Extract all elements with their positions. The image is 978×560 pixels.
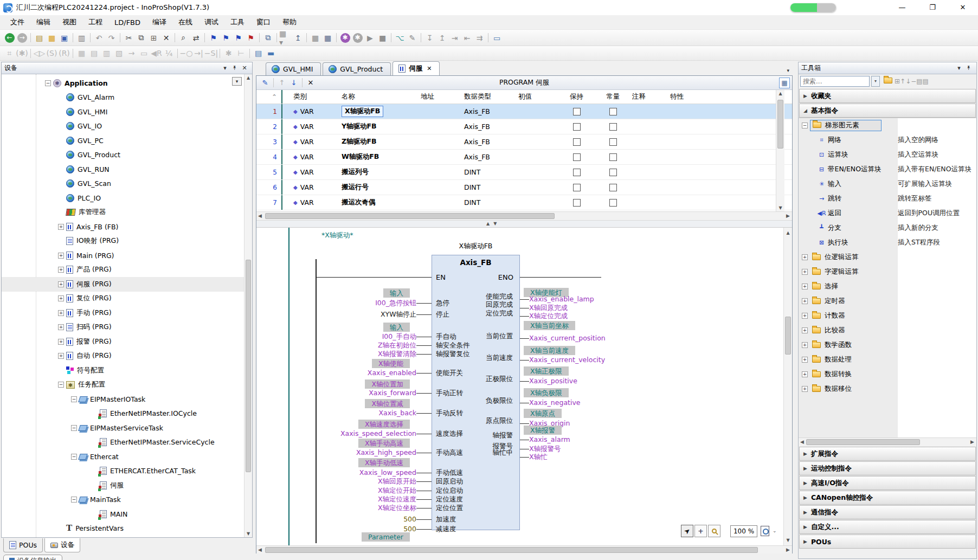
toolbox-mini-icon-4[interactable]: − [911, 78, 916, 85]
toolbox-hscrollbar[interactable]: ◀▶ [799, 437, 976, 446]
paste-icon[interactable]: ⊞ [147, 32, 160, 44]
menu-item-10[interactable]: 帮助 [276, 15, 303, 29]
toolbox-item-计数器[interactable]: +计数器 [799, 308, 976, 323]
toolbox-item-分支[interactable]: ┻分支插入新的分支 [799, 221, 976, 235]
const-cell[interactable] [594, 107, 632, 116]
fbd-input-operand[interactable]: Xaxis_forward [256, 389, 416, 397]
column-header-7[interactable]: 注释 [632, 92, 670, 101]
tree-item-ethercat-ethercat_task[interactable]: ETHERCAT.EtherCAT_Task [2, 464, 252, 479]
fbd-input-operand[interactable]: 500 [256, 525, 416, 533]
expander-icon[interactable]: − [45, 80, 51, 86]
table-row[interactable]: 6◆VAR搬运行号DINT [256, 180, 792, 195]
box-en-icon[interactable]: ▥ [100, 47, 113, 59]
type-cell[interactable]: DINT [464, 183, 518, 191]
tree-item-gvl_product[interactable]: GVL_Product [2, 148, 252, 163]
fbd-output-operand[interactable]: Xaxis_negative [529, 398, 692, 407]
panel-menu-icon[interactable]: ▾ [220, 65, 230, 72]
back-icon[interactable]: ← [3, 32, 16, 44]
tree-item--prg-[interactable]: +报警 (PRG) [2, 334, 252, 349]
fbd-input-operand[interactable]: Xaxis_speed_selection [256, 429, 416, 437]
name-cell[interactable]: Y轴驱动FB [339, 122, 421, 131]
tree-item-ethercat[interactable]: −Ethercat [2, 449, 252, 464]
toolbox-section-高速I/O指令[interactable]: ▶高速I/O指令 [799, 476, 976, 490]
const-checkbox[interactable] [609, 199, 617, 207]
update-params-icon[interactable]: ✱ [222, 47, 235, 59]
toolbox-mini-icon-5[interactable]: ▤ [916, 78, 922, 85]
tree-item--prg-[interactable]: +伺服 (PRG) [2, 277, 252, 292]
type-cell[interactable]: Axis_FB [464, 153, 518, 161]
step-back-icon[interactable]: ⇤ [461, 32, 473, 44]
delete-icon[interactable]: ✕ [160, 32, 172, 44]
toolbox-item-梯形图元素[interactable]: −梯形图元素 [799, 118, 976, 133]
find-icon[interactable]: ⌕ [177, 32, 190, 44]
tree-item-main[interactable]: MAIN [2, 507, 252, 522]
toolbox-section-运动控制指令[interactable]: ▶运动控制指令 [799, 461, 976, 475]
watch-table-2-icon[interactable]: ▦ [321, 32, 334, 44]
set-coil-icon[interactable]: (S) [46, 47, 58, 59]
table-row[interactable]: 7◆VAR搬运次奇偶DINT [256, 195, 792, 210]
menu-item-4[interactable]: LD/FBD [108, 16, 146, 29]
column-header-4[interactable]: 初值 [518, 92, 559, 101]
column-header-0[interactable]: 类别 [289, 92, 339, 101]
bookmark-toggle-icon[interactable]: ⚑ [207, 32, 220, 44]
fbd-input-operand[interactable]: X轴回原开始 [256, 477, 416, 485]
jump-icon[interactable]: → [125, 47, 138, 59]
bookmark-prev-icon[interactable]: ⚑ [232, 32, 244, 44]
name-cell[interactable]: 搬运次奇偶 [339, 198, 421, 207]
expander-icon[interactable]: − [71, 497, 77, 503]
redo-icon[interactable]: ↷ [105, 32, 118, 44]
dock-tab-设备[interactable]: 设备 [44, 538, 80, 552]
tree-item-gvl_run[interactable]: GVL_RUN [2, 162, 252, 177]
table-row[interactable]: 4◆VARW轴驱动FBAxis_FB [256, 150, 792, 165]
expander-icon[interactable]: − [802, 123, 808, 128]
const-cell[interactable] [594, 168, 632, 177]
column-header-5[interactable]: 保持 [559, 92, 594, 101]
expander-icon[interactable]: + [58, 224, 64, 230]
tree-item-persistentvars[interactable]: TPersistentVars [2, 522, 252, 536]
keep-cell[interactable] [559, 153, 594, 162]
expander-icon[interactable]: + [802, 371, 808, 377]
toolbox-search-input[interactable] [800, 76, 870, 87]
fbd-input-operand[interactable]: X轴定位速度 [256, 495, 416, 503]
keep-cell[interactable] [559, 168, 594, 177]
tree-item-gvl_scan[interactable]: GVL_Scan [2, 177, 252, 191]
negate-icon[interactable]: −○ [180, 47, 192, 59]
folder-icon[interactable] [884, 78, 892, 83]
toolbox-item-数学函数[interactable]: +数学函数 [799, 338, 976, 352]
type-cell[interactable]: DINT [464, 198, 518, 207]
fbd-output-operand[interactable]: Xaxis_current_velocity [529, 356, 692, 364]
panel-menu-icon[interactable]: ▾ [954, 65, 964, 72]
fbd-output-operand[interactable]: X轴报警号 [529, 445, 692, 453]
toolbox-item-位逻辑运算[interactable]: +位逻辑运算 [799, 250, 976, 265]
print-icon[interactable]: ▥ [75, 32, 88, 44]
tree-dropdown-button[interactable]: ▾ [232, 77, 242, 86]
toolbox-item-定时器[interactable]: +定时器 [799, 294, 976, 308]
restore-button[interactable]: ❐ [917, 0, 948, 15]
fbd-output-operand[interactable]: Xaxis_current_position [529, 334, 692, 342]
toolbox-mini-icon-3[interactable]: ↓ [905, 78, 911, 85]
close-button[interactable]: ✕ [948, 0, 978, 15]
keep-checkbox[interactable] [573, 199, 581, 207]
type-cell[interactable]: DINT [464, 168, 518, 176]
splitter-arrows-icon[interactable]: ▲▼ [486, 221, 500, 226]
keep-cell[interactable] [559, 198, 594, 207]
fbd-output-operand[interactable]: Xaxis_enable_lamp [529, 295, 692, 303]
editor-tab-gvl_product[interactable]: GVL_Product [323, 62, 391, 75]
table-scrollbar[interactable]: ▲▼ [776, 90, 784, 211]
expander-icon[interactable]: + [802, 342, 808, 348]
zoom-menu-chevron[interactable]: ⌄ [773, 527, 777, 535]
new-network-icon[interactable]: ⌗ [3, 47, 16, 59]
toolbox-item-数据转换[interactable]: +数据转换 [799, 367, 976, 382]
toolbox-item-数据移位[interactable]: +数据移位 [799, 382, 976, 396]
toolbox-mini-icon-2[interactable]: ↑ [900, 78, 905, 85]
toolbox-item-带EN/ENO运算块[interactable]: ⊟带EN/ENO运算块插入带有EN/ENO运算块 [799, 162, 976, 177]
run-icon[interactable]: ▶ [364, 32, 376, 44]
tree-item--prg-[interactable]: +手动 (PRG) [2, 306, 252, 320]
expander-icon[interactable]: − [71, 454, 77, 460]
tree-item--[interactable]: 伺服 [2, 478, 252, 493]
new-project-icon[interactable]: ▤ [33, 32, 46, 44]
toolbox-section-basic[interactable]: ◢基本指令 [799, 104, 976, 118]
set-reset-icon[interactable]: −S| [205, 47, 217, 59]
fb-instance-name[interactable]: X轴驱动FB [432, 242, 520, 250]
bookmark-next-icon[interactable]: ⚑ [220, 32, 232, 44]
